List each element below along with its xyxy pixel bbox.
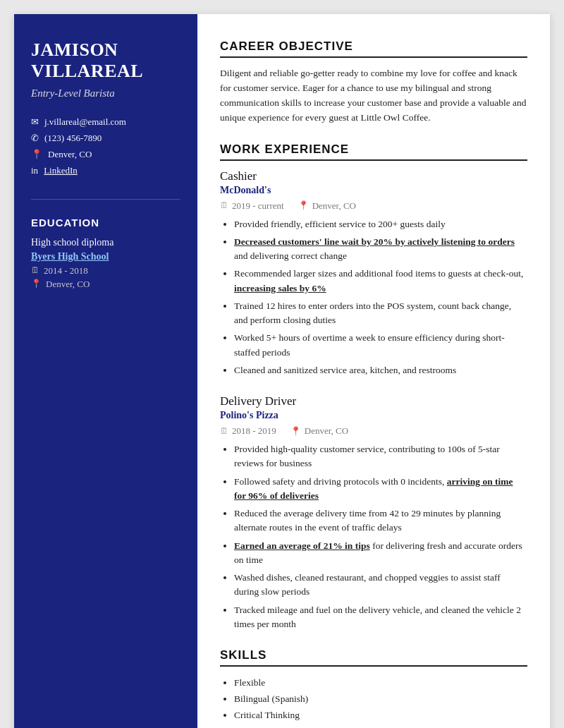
bullet-item: Followed safety and driving protocols wi… [234, 475, 527, 504]
bullet-item: Earned an average of 21% in tips for del… [234, 539, 527, 568]
bullet-item: Decreased customers' line wait by 20% by… [234, 235, 527, 264]
candidate-name: JAMISONVILLAREAL [31, 40, 180, 82]
education-section-title: EDUCATION [31, 217, 180, 229]
email-icon: ✉ [31, 116, 39, 128]
highlight-text: increasing sales by 6% [234, 283, 326, 293]
education-school: Byers High School [31, 251, 180, 262]
skill-item: Bilingual (Spanish) [234, 691, 527, 708]
resume-wrapper: JAMISONVILLAREAL Entry-Level Barista ✉ j… [14, 14, 550, 728]
highlight-text: Decreased customers' line wait by 20% by… [234, 236, 515, 247]
location-icon: 📍 [31, 149, 42, 160]
career-objective-title: CAREER OBJECTIVE [220, 40, 527, 58]
education-years: 🗓 2014 - 2018 [31, 265, 180, 277]
skills-list: Flexible Bilingual (Spanish) Critical Th… [220, 675, 527, 728]
job-2: Delivery Driver Polino's Pizza 🗓 2018 - … [220, 394, 527, 631]
bullet-item: Cleaned and sanitized service area, kitc… [234, 363, 527, 377]
skills-title: SKILLS [220, 648, 527, 667]
career-objective-text: Diligent and reliable go-getter ready to… [220, 66, 527, 126]
location-edu-icon: 📍 [31, 279, 42, 289]
job-2-bullets: Provided high-quality customer service, … [220, 442, 527, 631]
bullet-item: Provided high-quality customer service, … [234, 442, 527, 471]
email-value: j.villareal@email.com [44, 116, 126, 128]
skill-item: Sales [234, 724, 527, 728]
career-objective-section: CAREER OBJECTIVE Diligent and reliable g… [220, 40, 527, 126]
work-experience-title: WORK EXPERIENCE [220, 142, 527, 161]
bullet-item: Trained 12 hires to enter orders into th… [234, 299, 527, 328]
job-2-location: 📍 Denver, CO [290, 425, 348, 437]
job-2-title: Delivery Driver [220, 394, 527, 408]
job-1-bullets: Provided friendly, efficient service to … [220, 217, 527, 378]
phone-value: (123) 456-7890 [44, 133, 102, 144]
phone-contact: ✆ (123) 456-7890 [31, 133, 180, 144]
phone-icon: ✆ [31, 133, 39, 144]
location-icon-2: 📍 [290, 426, 301, 437]
job-1-years: 🗓 2019 - current [220, 200, 284, 212]
linkedin-link[interactable]: LinkedIn [44, 165, 78, 176]
location-value: Denver, CO [48, 149, 92, 160]
email-contact: ✉ j.villareal@email.com [31, 116, 180, 128]
calendar-icon-1: 🗓 [220, 200, 228, 211]
location-icon-1: 📍 [298, 200, 309, 211]
job-1-meta: 🗓 2019 - current 📍 Denver, CO [220, 200, 527, 212]
highlight-text: arriving on time for 96% of deliveries [234, 476, 513, 501]
calendar-icon: 🗓 [31, 265, 39, 276]
bullet-item: Tracked mileage and fuel on the delivery… [234, 603, 527, 632]
education-degree: High school diploma [31, 237, 180, 248]
bullet-item: Recommended larger sizes and additional … [234, 267, 527, 296]
job-1: Cashier McDonald's 🗓 2019 - current 📍 De… [220, 169, 527, 378]
bullet-item: Provided friendly, efficient service to … [234, 217, 527, 231]
job-1-location: 📍 Denver, CO [298, 200, 356, 212]
education-location: 📍 Denver, CO [31, 279, 180, 290]
bullet-item: Reduced the average delivery time from 4… [234, 506, 527, 535]
skill-item: Flexible [234, 675, 527, 691]
bullet-item: Washed dishes, cleaned restaurant, and c… [234, 571, 527, 600]
bullet-item: Worked 5+ hours of overtime a week to en… [234, 331, 527, 360]
calendar-icon-2: 🗓 [220, 426, 228, 437]
job-1-title: Cashier [220, 169, 527, 183]
sidebar: JAMISONVILLAREAL Entry-Level Barista ✉ j… [14, 14, 197, 728]
candidate-title: Entry-Level Barista [31, 87, 180, 99]
job-2-meta: 🗓 2018 - 2019 📍 Denver, CO [220, 425, 527, 437]
skills-section: SKILLS Flexible Bilingual (Spanish) Crit… [220, 648, 527, 728]
linkedin-icon: in [31, 165, 38, 176]
main-content: CAREER OBJECTIVE Diligent and reliable g… [197, 14, 550, 728]
job-1-company: McDonald's [220, 185, 527, 196]
skill-item: Critical Thinking [234, 708, 527, 724]
sidebar-divider [31, 199, 180, 200]
location-contact: 📍 Denver, CO [31, 149, 180, 160]
linkedin-contact[interactable]: in LinkedIn [31, 165, 180, 176]
contact-section: ✉ j.villareal@email.com ✆ (123) 456-7890… [31, 116, 180, 176]
job-2-company: Polino's Pizza [220, 410, 527, 421]
highlight-text: Earned an average of 21% in tips [234, 540, 370, 551]
job-2-years: 🗓 2018 - 2019 [220, 425, 276, 437]
